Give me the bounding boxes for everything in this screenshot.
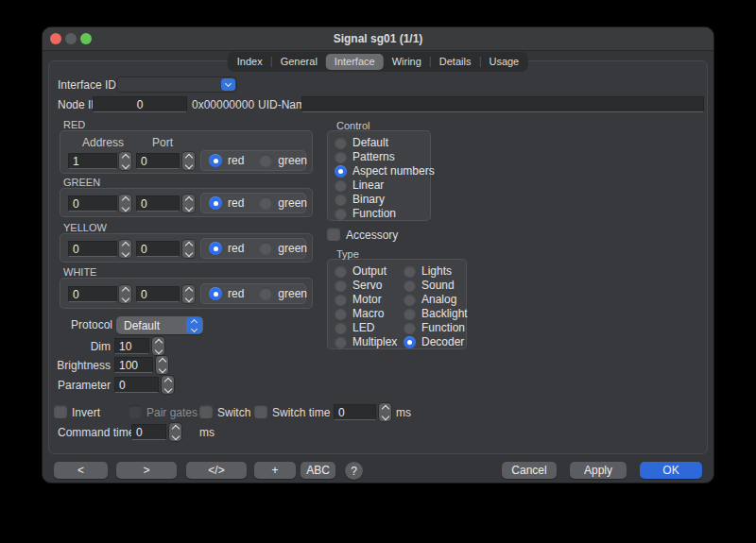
green-address-stepper[interactable] <box>119 195 131 212</box>
parameter-stepper[interactable] <box>162 376 174 394</box>
type-option-decoder[interactable]: Decoder <box>404 335 464 348</box>
ok-button[interactable]: OK <box>640 462 702 479</box>
radio-icon[interactable] <box>335 265 347 278</box>
accessory-checkbox[interactable] <box>327 228 340 241</box>
type-option-backlight[interactable]: Backlight <box>404 307 468 320</box>
invert-checkbox[interactable] <box>54 405 67 418</box>
yellow-polarity-red-radio[interactable] <box>209 242 222 255</box>
next-button[interactable]: > <box>116 462 177 479</box>
command-time-field[interactable] <box>131 424 166 440</box>
green-polarity-red-radio[interactable] <box>209 196 222 210</box>
command-time-stepper[interactable] <box>169 423 181 441</box>
red-address-field[interactable] <box>68 153 117 169</box>
white-polarity-green-radio[interactable] <box>259 287 272 300</box>
switch-time-field[interactable] <box>334 404 376 420</box>
radio-icon[interactable] <box>404 280 416 292</box>
green-group-box: red green <box>60 188 313 217</box>
parameter-field[interactable] <box>114 377 159 393</box>
white-address-field[interactable] <box>68 286 117 302</box>
radio-icon[interactable] <box>335 151 347 163</box>
control-option-function[interactable]: Function <box>335 207 396 220</box>
type-option-lights[interactable]: Lights <box>404 264 452 278</box>
red-port-field[interactable] <box>136 153 180 169</box>
type-option-servo[interactable]: Servo <box>335 279 382 292</box>
switch-time-checkbox[interactable] <box>254 405 267 418</box>
green-port-field[interactable] <box>136 195 180 212</box>
radio-selected-icon[interactable] <box>335 165 347 178</box>
tab-general[interactable]: General <box>272 54 326 70</box>
add-button[interactable]: + <box>254 462 296 479</box>
white-port-stepper[interactable] <box>182 285 195 303</box>
type-option-output[interactable]: Output <box>335 264 387 278</box>
minimize-window-button[interactable] <box>65 33 77 44</box>
green-port-stepper[interactable] <box>182 195 195 212</box>
help-button[interactable]: ? <box>345 462 363 480</box>
zoom-window-button[interactable] <box>80 33 92 44</box>
radio-icon[interactable] <box>335 322 347 334</box>
radio-icon[interactable] <box>404 308 416 320</box>
type-option-analog[interactable]: Analog <box>404 293 456 306</box>
uid-name-field[interactable] <box>301 96 704 112</box>
red-polarity-red-radio[interactable] <box>209 154 222 167</box>
type-option-multiplex[interactable]: Multiplex <box>335 335 397 348</box>
control-option-binary[interactable]: Binary <box>335 193 385 206</box>
interface-id-combobox[interactable] <box>116 76 237 93</box>
type-option-led[interactable]: LED <box>335 321 374 334</box>
control-option-default[interactable]: Default <box>335 136 388 149</box>
radio-icon[interactable] <box>335 179 347 192</box>
chevron-down-icon[interactable] <box>221 78 235 91</box>
type-option-macro[interactable]: Macro <box>335 307 384 320</box>
green-polarity-green-radio[interactable] <box>259 196 272 210</box>
switch-time-stepper[interactable] <box>379 403 391 421</box>
protocol-popup[interactable]: Default <box>116 316 203 334</box>
type-option-motor[interactable]: Motor <box>335 293 382 306</box>
radio-icon[interactable] <box>335 194 347 206</box>
yellow-address-stepper[interactable] <box>119 240 131 258</box>
dim-stepper[interactable] <box>152 337 164 355</box>
yellow-port-field[interactable] <box>136 241 180 257</box>
red-address-stepper[interactable] <box>119 152 131 170</box>
cancel-button[interactable]: Cancel <box>502 462 557 479</box>
switch-checkbox[interactable] <box>199 405 213 418</box>
tab-index[interactable]: Index <box>229 54 271 70</box>
node-id-field[interactable] <box>93 96 187 112</box>
abc-button[interactable]: ABC <box>301 462 335 479</box>
white-address-stepper[interactable] <box>119 285 131 303</box>
control-option-linear[interactable]: Linear <box>335 178 384 192</box>
radio-icon[interactable] <box>335 208 347 220</box>
red-port-stepper[interactable] <box>182 152 195 170</box>
yellow-port-stepper[interactable] <box>182 240 195 258</box>
radio-icon[interactable] <box>404 294 416 306</box>
chevrons-up-down-icon[interactable] <box>186 317 202 333</box>
tab-interface[interactable]: Interface <box>326 54 384 70</box>
tab-details[interactable]: Details <box>431 54 480 70</box>
red-polarity-group: red green <box>200 150 306 171</box>
dim-field[interactable] <box>114 338 149 354</box>
type-option-function[interactable]: Function <box>404 321 465 334</box>
previous-button[interactable]: < <box>54 462 108 479</box>
brightness-field[interactable] <box>114 357 153 373</box>
radio-icon[interactable] <box>335 137 347 149</box>
control-option-patterns[interactable]: Patterns <box>335 150 395 163</box>
green-address-field[interactable] <box>68 195 117 212</box>
yellow-polarity-green-radio[interactable] <box>259 242 272 255</box>
type-option-sound[interactable]: Sound <box>404 279 455 292</box>
radio-icon[interactable] <box>335 280 347 292</box>
yellow-address-field[interactable] <box>68 241 117 257</box>
radio-icon[interactable] <box>335 308 347 320</box>
tab-wiring[interactable]: Wiring <box>384 54 430 70</box>
radio-icon[interactable] <box>335 336 347 348</box>
white-port-field[interactable] <box>136 286 180 302</box>
radio-icon[interactable] <box>404 265 416 278</box>
radio-icon[interactable] <box>335 294 347 306</box>
control-option-aspect-numbers[interactable]: Aspect numbers <box>335 164 435 178</box>
code-button[interactable]: </> <box>186 462 247 479</box>
red-polarity-green-radio[interactable] <box>259 154 272 167</box>
tab-usage[interactable]: Usage <box>480 54 527 70</box>
close-window-button[interactable] <box>50 33 61 44</box>
radio-selected-icon[interactable] <box>404 336 416 348</box>
white-polarity-red-radio[interactable] <box>209 287 222 300</box>
brightness-stepper[interactable] <box>156 356 168 374</box>
radio-icon[interactable] <box>404 322 416 334</box>
apply-button[interactable]: Apply <box>570 462 627 479</box>
